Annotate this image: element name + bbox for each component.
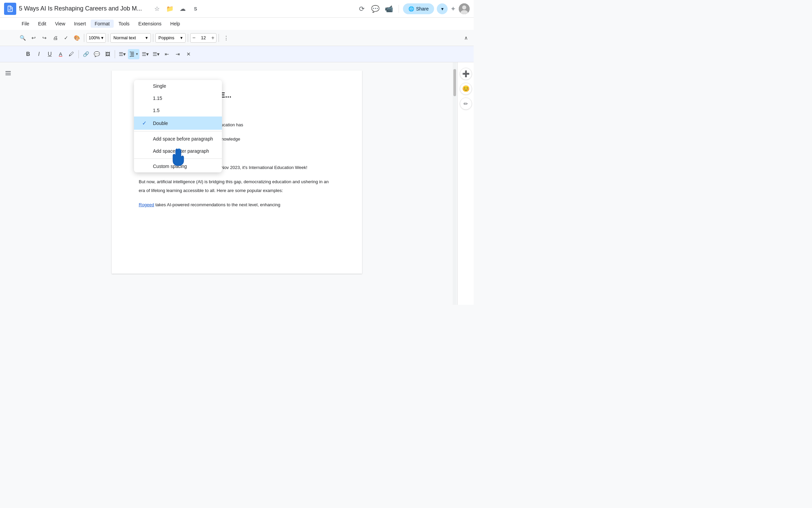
star-button[interactable]: ☆ [152,3,162,14]
sidebar-right: ➕ 😊 ✏ [457,62,474,305]
toolbar-right: ⟳ 💬 📹 🌐 Share ▾ ✦ [357,3,470,14]
doc-link[interactable]: Rogeed [139,202,154,207]
text-color-button[interactable]: A [55,49,66,59]
spellcheck-button[interactable]: ✓ [61,33,71,43]
user-avatar[interactable] [459,3,470,14]
document-area: 5 – Democratization of E... Education. E… [16,62,457,305]
title-action-icons: ☆ 📁 ☁ S [152,3,201,14]
font-size-increase[interactable]: + [209,34,216,42]
menu-format[interactable]: Format [91,20,114,28]
separator-6 [78,50,79,58]
add-comment-button[interactable]: ➕ [460,68,472,80]
menu-file[interactable]: File [18,20,33,28]
list-numbered-button[interactable]: ☰▾ [151,49,161,59]
menu-view[interactable]: View [51,20,69,28]
share-dropdown-button[interactable]: ▾ [437,3,448,14]
align-button[interactable]: ☰▾ [117,49,127,59]
sidebar-left [0,62,16,305]
gemini-icon[interactable]: ✦ [450,5,456,13]
app-icon[interactable] [4,3,16,15]
cloud-button[interactable]: ☁ [177,3,188,14]
dropdown-divider-2 [134,158,222,159]
share-label: Share [416,6,429,12]
indent-increase-button[interactable]: ⇥ [173,49,183,59]
print-button[interactable]: 🖨 [50,33,60,43]
scrollbar-thumb[interactable] [453,69,456,96]
scrollbar[interactable] [453,62,457,305]
emoji-icon: 😊 [462,85,470,92]
font-size-input[interactable]: 12 [197,35,209,40]
paint-format-button[interactable]: 🎨 [72,33,82,43]
svg-rect-0 [9,9,11,9]
spacing-115[interactable]: 1.15 [134,92,222,104]
history-button[interactable]: ⟳ [357,3,367,14]
separator-7 [115,50,115,58]
spacing-double[interactable]: ✓ Double [134,117,222,130]
paragraph-6[interactable]: But now, artificial intelligence (AI) is… [139,177,335,195]
menu-bar: File Edit View Insert Format Tools Exten… [0,18,474,30]
menu-edit[interactable]: Edit [34,20,50,28]
separator-2 [108,34,108,42]
undo-button[interactable]: ↩ [28,33,39,43]
separator-1 [84,34,84,42]
font-chevron: ▾ [180,35,183,40]
clear-format-button[interactable]: ✕ [183,49,194,59]
spacing-single-label: Single [153,83,166,89]
paragraph-link-continuation: takes AI-powered recommendations to the … [155,202,280,207]
more-options-button[interactable]: ⋮ [221,33,231,43]
share-globe-icon: 🌐 [408,6,414,12]
font-select[interactable]: Poppins ▾ [155,33,186,43]
line-spacing-button[interactable]: ▾ [128,49,139,59]
menu-extensions[interactable]: Extensions [134,20,165,28]
format-toolbar-2: B I U A 🖊 🔗 💬 🖼 ☰▾ ▾ ☰▾ ☰▾ ⇤ ⇥ ✕ [0,46,474,62]
style-select[interactable]: Normal text ▾ [110,33,151,43]
folder-button[interactable]: 📁 [164,3,175,14]
menu-insert[interactable]: Insert [70,20,90,28]
svg-marker-9 [130,51,131,52]
spacing-double-label: Double [153,121,168,126]
add-space-before-label: Add space before paragraph [153,136,213,142]
custom-spacing[interactable]: Custom spacing [134,160,222,172]
meet-button[interactable]: 📹 [384,3,394,14]
s-button[interactable]: S [190,3,201,14]
separator-3 [153,34,153,42]
zoom-value: 100% [89,35,100,40]
zoom-select[interactable]: 100% ▾ [86,33,106,43]
svg-rect-11 [5,71,11,72]
highlight-button[interactable]: 🖊 [66,49,76,59]
indent-decrease-button[interactable]: ⇤ [162,49,172,59]
link-button[interactable]: 🔗 [81,49,91,59]
redo-button[interactable]: ↪ [39,33,49,43]
add-comment-icon: ➕ [462,70,470,78]
separator-4 [188,34,188,42]
image-button[interactable]: 🖼 [103,49,113,59]
line-spacing-dropdown[interactable]: Single 1.15 1.5 ✓ Double Add space befor… [134,80,222,172]
title-bar: 5 Ways AI Is Reshaping Careers and Job M… [0,0,474,18]
underline-button[interactable]: U [45,49,55,59]
italic-button[interactable]: I [34,49,44,59]
menu-tools[interactable]: Tools [114,20,134,28]
add-space-after[interactable]: Add space after paragraph [134,145,222,157]
list-bullet-button[interactable]: ☰▾ [140,49,150,59]
sidebar-toggle-button[interactable] [3,68,14,79]
suggest-edit-button[interactable]: ✏ [460,98,472,110]
search-button[interactable]: 🔍 [18,33,28,43]
dropdown-divider-1 [134,131,222,131]
collapse-toolbar-button[interactable]: ∧ [461,33,471,43]
emoji-reaction-button[interactable]: 😊 [460,83,472,95]
line-spacing-chevron: ▾ [136,52,138,56]
menu-help[interactable]: Help [166,20,184,28]
paragraph-link[interactable]: Rogeed takes AI-powered recommendations … [139,200,335,209]
font-size-decrease[interactable]: − [190,34,197,42]
font-size-box[interactable]: − 12 + [190,33,217,43]
svg-rect-12 [5,73,11,73]
comments-button[interactable]: 💬 [370,3,381,14]
custom-spacing-label: Custom spacing [153,164,187,169]
separator-5 [219,34,219,42]
add-space-before[interactable]: Add space before paragraph [134,133,222,145]
bold-button[interactable]: B [23,49,33,59]
spacing-15[interactable]: 1.5 [134,104,222,117]
share-button[interactable]: 🌐 Share [403,3,434,14]
comment-insert-button[interactable]: 💬 [92,49,102,59]
spacing-single[interactable]: Single [134,80,222,92]
